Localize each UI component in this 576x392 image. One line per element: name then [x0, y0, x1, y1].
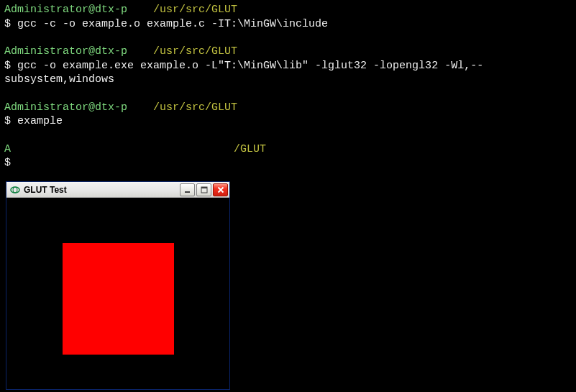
minimize-button[interactable] [180, 183, 195, 196]
maximize-button[interactable] [196, 183, 211, 196]
cwd-path: /usr/src/GLUT [153, 101, 237, 114]
close-button[interactable] [213, 183, 228, 196]
red-square [63, 243, 174, 355]
titlebar[interactable]: GLUT Test [6, 182, 229, 198]
svg-rect-4 [201, 187, 207, 188]
cwd-path: /GLUT [234, 143, 266, 155]
opengl-canvas [6, 198, 229, 389]
prompt-line: Administrator@dtx-p /usr/src/GLUT [4, 3, 572, 17]
prompt-line: Administrator@dtx-p /usr/src/GLUT [4, 45, 572, 59]
terminal-output[interactable]: Administrator@dtx-p /usr/src/GLUT $ gcc … [0, 0, 576, 187]
prompt-symbol: $ [4, 157, 11, 169]
command-line: $ [4, 156, 572, 170]
prompt-symbol: $ [4, 60, 11, 72]
svg-point-0 [11, 187, 19, 193]
terminal-block: A/GLUT $ [4, 142, 572, 170]
prompt-symbol: $ [4, 115, 11, 127]
app-icon [9, 185, 21, 195]
terminal-block: Administrator@dtx-p /usr/src/GLUT $ gcc … [4, 3, 572, 31]
glut-window[interactable]: GLUT Test [6, 181, 230, 390]
cwd-path: /usr/src/GLUT [153, 45, 237, 58]
prompt-symbol: $ [4, 18, 11, 30]
svg-point-1 [13, 187, 17, 193]
terminal-block: Administrator@dtx-p /usr/src/GLUT $ exam… [4, 101, 572, 129]
prompt-line: A/GLUT [4, 142, 572, 157]
svg-rect-2 [185, 191, 190, 193]
window-buttons [180, 183, 228, 196]
cwd-path: /usr/src/GLUT [153, 4, 237, 16]
terminal-block: Administrator@dtx-p /usr/src/GLUT $ gcc … [4, 45, 572, 87]
command-text: example [17, 115, 63, 127]
user-host: Administrator@dtx-p [4, 4, 127, 16]
command-text: gcc -c -o example.o example.c -IT:\MinGW… [17, 18, 328, 30]
command-line: $ gcc -o example.exe example.o -L"T:\Min… [4, 59, 572, 87]
prompt-line: Administrator@dtx-p /usr/src/GLUT [4, 101, 572, 115]
command-text: gcc -o example.exe example.o -L"T:\MinGW… [4, 60, 483, 86]
command-line: $ gcc -c -o example.o example.c -IT:\Min… [4, 17, 572, 32]
user-host: Administrator@dtx-p [4, 101, 127, 114]
user-host: Administrator@dtx-p [4, 45, 127, 58]
user-host: A [4, 143, 11, 155]
window-title: GLUT Test [24, 185, 180, 195]
command-line: $ example [4, 114, 572, 129]
